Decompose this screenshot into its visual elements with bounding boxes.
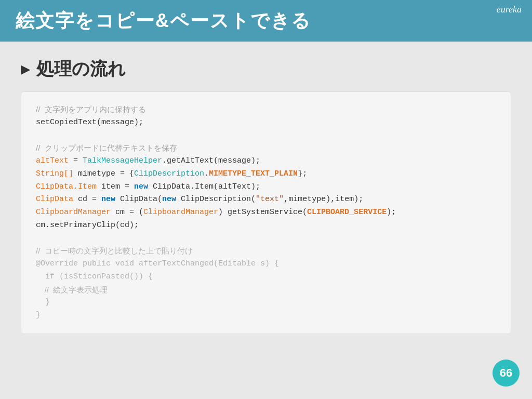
code-text: setCopiedText(message);: [36, 118, 143, 127]
c-stringArr: String[]: [36, 169, 73, 178]
code-comment-2: // クリップボードに代替テキストを保存: [36, 142, 496, 155]
code-line-2a: altText = TalkMessageHelper.getAltText(m…: [36, 155, 496, 168]
eureka-logo: eureka: [497, 4, 522, 15]
page-badge: 66: [493, 360, 520, 387]
code-faded-1: @Override public void afterTextChanged(E…: [36, 258, 496, 271]
c-clipdata: ClipData: [36, 195, 73, 204]
c-new-3: new: [162, 195, 176, 204]
code-faded-4: }: [36, 296, 496, 309]
code-line-6a: ClipboardManager cm = (ClipboardManager)…: [36, 206, 496, 219]
code-blank-2: [36, 232, 496, 245]
header-title: 絵文字をコピー&ペーストできる: [16, 8, 311, 34]
code-block: // 文字列をアプリ内に保持する setCopiedText(message);…: [21, 91, 511, 334]
code-faded-3: // 絵文字表示処理: [36, 284, 496, 297]
arrow-icon: ▶: [21, 62, 30, 76]
code-line-3a: String[] mimetype = {ClipDescription.MIM…: [36, 168, 496, 181]
code-blank-1: [36, 129, 496, 142]
code-line-7a: cm.setPrimaryClip(cd);: [36, 219, 496, 232]
section-heading: ▶ 処理の流れ: [21, 57, 511, 81]
c-clipboard-service: CLIPBOARD_SERVICE: [307, 208, 387, 217]
main-content: ▶ 処理の流れ // 文字列をアプリ内に保持する setCopiedText(m…: [0, 42, 532, 350]
code-faded-5: }: [36, 309, 496, 322]
c-new-1: new: [134, 182, 148, 191]
c-clipboardMgr-cast: ClipboardManager: [143, 208, 218, 217]
c-altText: altText: [36, 156, 69, 165]
code-faded-2: if (isSticonPasted()) {: [36, 271, 496, 284]
code-comment-3: // コピー時の文字列と比較した上で貼り付け: [36, 245, 496, 258]
c-mimetype-const: MIMETYPE_TEXT_PLAIN: [209, 169, 298, 178]
page-number: 66: [500, 366, 512, 380]
header-bar: 絵文字をコピー&ペーストできる eureka: [0, 0, 532, 42]
c-new-2: new: [101, 195, 115, 204]
section-title: 処理の流れ: [36, 57, 126, 81]
code-line-1: setCopiedText(message);: [36, 116, 496, 129]
c-talkHelper: TalkMessageHelper: [83, 156, 162, 165]
code-line-5a: ClipData cd = new ClipData(new ClipDescr…: [36, 193, 496, 206]
c-str-text: "text": [256, 195, 284, 204]
c-clipboardMgr: ClipboardManager: [36, 208, 111, 217]
c-clipDesc1: ClipDescription: [134, 169, 204, 178]
code-comment-1: // 文字列をアプリ内に保持する: [36, 103, 496, 116]
code-line-4a: ClipData.Item item = new ClipData.Item(a…: [36, 181, 496, 194]
c-clipdataItem: ClipData.Item: [36, 182, 97, 191]
